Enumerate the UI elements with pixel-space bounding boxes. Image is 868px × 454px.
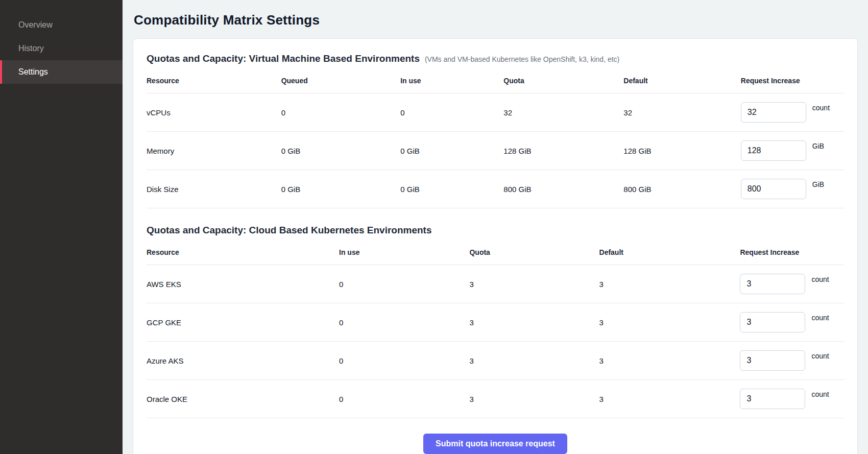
aws-eks-in-use-value: 0 (339, 280, 469, 289)
k8s-header-resource: Resource (147, 248, 339, 256)
memory-default-value: 128 GiB (623, 147, 740, 155)
k8s-header-in-use: In use (339, 248, 469, 256)
settings-card: Quotas and Capacity: Virtual Machine Bas… (133, 38, 858, 454)
k8s-header-quota: Quota (469, 248, 599, 256)
table-row: Memory 0 GiB 0 GiB 128 GiB 128 GiB GiB (147, 132, 844, 170)
aws-eks-quota-value: 3 (469, 280, 599, 289)
vm-quota-table: Resource Queued In use Quota Default Req… (147, 75, 844, 208)
k8s-header-request-increase: Request Increase (740, 248, 844, 256)
disk-size-unit-label: GiB (812, 180, 824, 188)
k8s-header-default: Default (599, 248, 740, 256)
oracle-oke-default-value: 3 (599, 395, 740, 403)
gcp-gke-unit-label: count (811, 314, 829, 322)
k8s-quotas-section: Quotas and Capacity: Cloud Based Kuberne… (147, 225, 844, 418)
submit-quota-increase-button[interactable]: Submit quota increase request (423, 434, 567, 454)
vm-table-header-row: Resource Queued In use Quota Default Req… (147, 75, 844, 93)
table-row: Azure AKS 0 3 3 count (147, 342, 844, 380)
vm-section-heading: Quotas and Capacity: Virtual Machine Bas… (147, 53, 420, 64)
main-content: Compatibility Matrix Settings Quotas and… (123, 0, 868, 454)
azure-aks-resource-label: Azure AKS (147, 356, 339, 365)
vcpus-quota-value: 32 (503, 108, 623, 117)
oracle-oke-request-input[interactable] (740, 389, 805, 409)
table-row: vCPUs 0 0 32 32 count (147, 93, 844, 132)
sidebar-item-history-label: History (18, 44, 44, 53)
k8s-quota-table: Resource In use Quota Default Request In… (147, 246, 844, 418)
azure-aks-request-input[interactable] (740, 350, 805, 371)
vm-header-queued: Queued (281, 77, 401, 85)
azure-aks-default-value: 3 (599, 356, 740, 365)
k8s-section-heading: Quotas and Capacity: Cloud Based Kuberne… (147, 225, 432, 236)
aws-eks-request-input[interactable] (740, 274, 805, 294)
oracle-oke-unit-label: count (811, 390, 829, 398)
memory-request-input[interactable] (741, 140, 806, 161)
disk-size-resource-label: Disk Size (147, 185, 281, 194)
vm-header-in-use: In use (400, 77, 503, 85)
azure-aks-quota-value: 3 (469, 356, 599, 365)
memory-quota-value: 128 GiB (503, 147, 623, 155)
table-row: AWS EKS 0 3 3 count (147, 265, 844, 303)
k8s-table-header-row: Resource In use Quota Default Request In… (147, 246, 844, 265)
sidebar-item-overview-label: Overview (18, 20, 53, 30)
gcp-gke-default-value: 3 (599, 318, 740, 327)
memory-queued-value: 0 GiB (281, 147, 401, 155)
gcp-gke-in-use-value: 0 (339, 318, 469, 327)
aws-eks-unit-label: count (811, 275, 829, 283)
aws-eks-resource-label: AWS EKS (147, 280, 339, 289)
vm-header-default: Default (623, 77, 740, 85)
aws-eks-default-value: 3 (599, 280, 740, 289)
vm-section-subheading: (VMs and VM-based Kubernetes like OpenSh… (425, 55, 619, 63)
vcpus-queued-value: 0 (281, 108, 401, 117)
gcp-gke-request-input[interactable] (740, 312, 805, 332)
sidebar-item-overview[interactable]: Overview (0, 13, 123, 37)
table-row: Disk Size 0 GiB 0 GiB 800 GiB 800 GiB Gi… (147, 170, 844, 208)
vm-header-request-increase: Request Increase (741, 77, 844, 85)
sidebar-item-settings[interactable]: Settings (0, 60, 123, 84)
vm-header-resource: Resource (147, 77, 281, 85)
vcpus-unit-label: count (812, 104, 830, 112)
vm-quotas-section: Quotas and Capacity: Virtual Machine Bas… (147, 53, 844, 208)
oracle-oke-in-use-value: 0 (339, 395, 469, 403)
vcpus-default-value: 32 (623, 108, 740, 117)
disk-size-quota-value: 800 GiB (503, 185, 623, 194)
oracle-oke-quota-value: 3 (469, 395, 599, 403)
vcpus-in-use-value: 0 (400, 108, 503, 117)
memory-resource-label: Memory (147, 147, 281, 155)
azure-aks-unit-label: count (811, 352, 829, 360)
sidebar: Overview History Settings (0, 0, 123, 454)
gcp-gke-resource-label: GCP GKE (147, 318, 339, 327)
disk-size-queued-value: 0 GiB (281, 185, 401, 194)
table-row: GCP GKE 0 3 3 count (147, 303, 844, 342)
azure-aks-in-use-value: 0 (339, 356, 469, 365)
gcp-gke-quota-value: 3 (469, 318, 599, 327)
disk-size-request-input[interactable] (741, 179, 806, 199)
page-title: Compatibility Matrix Settings (134, 12, 858, 28)
disk-size-in-use-value: 0 GiB (400, 185, 503, 194)
sidebar-item-history[interactable]: History (0, 37, 123, 60)
sidebar-item-settings-label: Settings (18, 67, 48, 77)
memory-in-use-value: 0 GiB (400, 147, 503, 155)
disk-size-default-value: 800 GiB (623, 185, 740, 194)
vm-header-quota: Quota (503, 77, 623, 85)
oracle-oke-resource-label: Oracle OKE (147, 395, 339, 403)
table-row: Oracle OKE 0 3 3 count (147, 380, 844, 418)
memory-unit-label: GiB (812, 142, 824, 150)
vcpus-resource-label: vCPUs (147, 108, 281, 117)
vcpus-request-input[interactable] (741, 102, 806, 123)
